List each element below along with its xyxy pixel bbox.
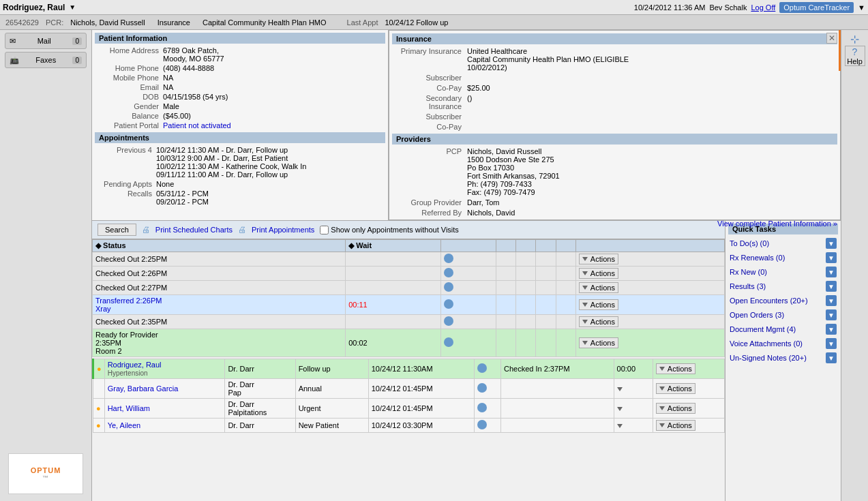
mobile-phone-value: NA [163,74,173,82]
table-row: Checked Out 2:27PM Actio [93,281,725,295]
document-mgmt-expand-button[interactable]: ▼ [826,324,837,335]
dropdown-cell [614,399,653,419]
voice-attachments-label[interactable]: Voice Attachments (0) [730,339,803,348]
primary-insurance-value: United Healthcare Capital Community Heal… [467,47,629,72]
appointment-table: ◆ Status ◆ Wait [92,239,725,501]
dropdown-icon[interactable]: ▼ [858,3,865,12]
insurance-close-button[interactable]: ✕ [826,33,837,44]
table-row: Gray, Barbara Garcia Dr. DarrPap Annual … [93,379,725,399]
patient-name-header[interactable]: Rodriguez, Raul [3,3,65,12]
datetime-cell: 10/24/12 01:45PM [368,399,474,419]
mail-count: 0 [72,37,82,45]
doctor-cell: Dr. Darr [225,359,295,379]
portal-value[interactable]: Patient not activated [163,121,231,130]
help-panel: ⊹ ? Help [841,30,868,501]
actions-button[interactable]: Actions [579,337,618,348]
dropdown-arrow[interactable]: ▼ [69,3,76,11]
wait-cell [346,267,440,281]
gender-row: Gender Male [95,102,385,110]
open-encounters-label[interactable]: Open Encounters (20+) [730,297,808,305]
help-button[interactable]: ? Help [845,46,865,66]
patient-link: Gray, Barbara Garcia [108,384,179,393]
todo-expand-button[interactable]: ▼ [826,238,837,249]
fax-button[interactable]: 📠 Faxes 0 [5,52,87,68]
left-sidebar: ✉ Mail 0 📠 Faxes 0 OPTUM ™ [0,30,92,501]
patient-info-left: Patient Information Home Address 6789 Oa… [92,30,389,220]
balance-row: Balance ($45.00) [95,112,385,120]
app-name-badge: Optum CareTracker [779,2,854,13]
patient-link: Ye, Aileen [108,421,141,429]
home-address-row: Home Address 6789 Oak Patch, Moody, MO 6… [95,46,385,63]
home-address-line2: Moody, MO 65777 [163,55,224,63]
actions-button[interactable]: Actions [579,268,618,279]
patient-name-cell[interactable]: Hart, William [104,399,225,419]
open-encounters-expand-button[interactable]: ▼ [826,295,837,306]
view-patient-info-link[interactable]: View complete Patient Information » [717,219,837,228]
status-icon-cell [440,315,496,329]
status-icon-cell [440,329,496,357]
patient-name-cell[interactable]: Gray, Barbara Garcia [104,379,225,399]
insurance-tab[interactable]: Insurance [152,18,196,27]
rx-renewals-expand-button[interactable]: ▼ [826,252,837,263]
patient-info-header: Patient Information [95,33,385,44]
datetime-cell: 10/24/12 11:30AM [368,359,474,379]
actions-button[interactable]: Actions [656,403,695,414]
results-expand-button[interactable]: ▼ [826,281,837,292]
actions-button[interactable]: Actions [579,316,618,327]
type-cell [536,329,556,357]
print-appts-link[interactable]: Print Appointments [252,226,314,234]
actions-button[interactable]: Actions [656,383,695,394]
doctor-cell [516,315,536,329]
table-row: ● Rodriguez, RaulHypertension Dr. Darr F… [93,359,725,379]
patient-name-cell[interactable]: Ye, Aileen [104,419,225,433]
document-mgmt-label[interactable]: Document Mgmt (4) [730,325,796,333]
todo-label[interactable]: To Do(s) (0) [730,239,769,247]
open-orders-expand-button[interactable]: ▼ [826,309,837,320]
type-cell [536,281,556,295]
show-without-checkbox[interactable] [320,226,329,234]
results-label[interactable]: Results (3) [730,282,766,290]
actions-button[interactable]: Actions [579,282,618,293]
status-icon-cell [440,252,496,267]
todo-item: To Do(s) (0) ▼ [728,237,838,249]
status-cell: Transferred 2:26PMXray [93,295,346,315]
patient-cell [496,295,515,315]
rx-renewals-label[interactable]: Rx Renewals (0) [730,254,785,262]
col-type-header [536,240,556,252]
doctor-cell [516,252,536,267]
dob-row: DOB 04/15/1958 (54 yrs) [95,93,385,101]
actions-button[interactable]: Actions [656,363,695,374]
unsigned-notes-expand-button[interactable]: ▼ [826,352,837,363]
optum-logo: OPTUM ™ [8,453,83,494]
open-orders-label[interactable]: Open Orders (3) [730,311,784,319]
actions-button[interactable]: Actions [579,254,618,264]
status-icon2-cell [474,419,500,433]
print-charts-link[interactable]: Print Scheduled Charts [155,226,233,234]
mail-button[interactable]: ✉ Mail 0 [5,33,87,49]
type-cell [536,267,556,281]
home-phone-value: (408) 444-8888 [163,64,214,72]
rx-new-item: Rx New (0) ▼ [728,266,838,278]
fax-count: 0 [72,57,82,64]
patient-name-cell[interactable]: Rodriguez, RaulHypertension [104,359,225,379]
move-icon[interactable]: ⊹ [850,33,859,46]
actions-button[interactable]: Actions [579,299,618,310]
copay-row: Co-Pay $25.00 [392,84,837,92]
rx-new-label[interactable]: Rx New (0) [730,268,767,276]
col-doctor-header [516,240,536,252]
referred-by-row: Referred By Nichols, David [392,209,837,217]
fax-icon: 📠 [10,56,19,65]
voice-attachments-expand-button[interactable]: ▼ [826,338,837,349]
table-row: Checked Out 2:25PM Actio [93,252,725,267]
actions-cell: Actions [575,329,724,357]
unsigned-notes-label[interactable]: Un-Signed Notes (20+) [730,354,807,362]
col-patient-header [496,240,515,252]
dropdown-cell [614,379,653,399]
actions-button[interactable]: Actions [656,420,695,431]
logout-link[interactable]: Log Off [751,3,775,12]
wait-cell [346,281,440,295]
rx-new-expand-button[interactable]: ▼ [826,267,837,277]
table-row: Checked Out 2:26PM Actio [93,267,725,281]
subscriber-row: Subscriber [392,74,837,82]
search-button[interactable]: Search [98,224,136,236]
